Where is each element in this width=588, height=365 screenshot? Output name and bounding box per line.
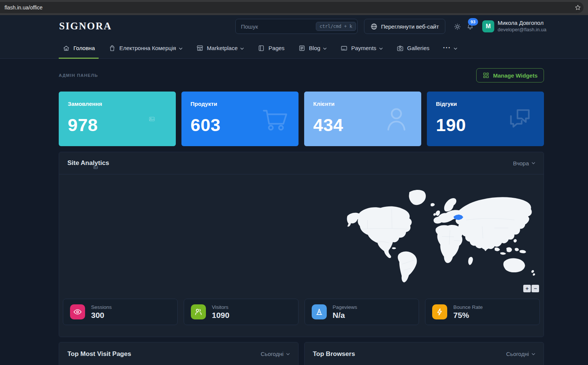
chevron-down-icon [454,47,457,50]
nav-item-marketplace[interactable]: Marketplace [192,38,248,58]
shopping-bag-icon [108,44,116,52]
period-label: Сьогодні [506,351,529,357]
top-header: SIGNORA ctrl/cmd + k Переглянути веб-сай… [0,15,588,38]
map-landmass [347,190,535,283]
world-map[interactable] [340,180,544,284]
widgets-grid-icon [483,72,489,79]
analytics-header: Site Analytics Вчора [59,152,544,174]
chevron-down-icon [323,47,327,50]
traffic-cone-icon [312,304,327,319]
map-zoom-controls: + − [523,285,539,292]
bottom-panels-row: Top Most Visit Pages Сьогодні Top Browse… [59,342,544,365]
manage-widgets-button[interactable]: Manage Widgets [476,68,544,82]
manage-widgets-label: Manage Widgets [493,72,538,79]
stat-card-reviews[interactable]: Відгуки 190 [427,92,544,146]
nav-label: Pages [268,45,285,51]
shopping-cart-icon [260,105,289,133]
period-label: Вчора [513,160,529,166]
page-toolbar: АДМІН ПАНЕЛЬ Manage Widgets [59,68,544,82]
people-icon [191,304,206,319]
user-email: developer@flash.in.ua [498,27,547,33]
user-avatar[interactable]: M [482,20,494,32]
globe-icon [370,23,378,30]
stat-card-clients[interactable]: Клієнти 434 [304,92,421,146]
global-search[interactable]: ctrl/cmd + k [235,19,358,34]
broken-image-icon [149,116,155,121]
nav-item-more[interactable]: ··· [439,38,461,58]
credit-card-icon [340,44,348,52]
more-dots-icon: ··· [443,44,451,52]
analytics-title: Site Analytics [67,159,109,167]
view-website-label: Переглянути веб-сайт [381,23,439,30]
user-menu[interactable]: Микола Довгопол developer@flash.in.ua [498,20,547,33]
search-shortcut-chip: ctrl/cmd + k [316,22,356,31]
chevron-down-icon [532,353,535,355]
panel-title: Top Most Visit Pages [67,350,131,358]
tile-value: 300 [91,311,112,320]
nav-label: Marketplace [207,45,238,51]
notifications-count-badge[interactable]: 93 [468,18,478,26]
stat-cards-row: Замовлення 978 Продукти 603 Кліє [59,92,544,146]
nav-item-pages[interactable]: Pages [254,38,288,58]
nav-item-home[interactable]: Головна [59,38,99,58]
top-browsers-panel: Top Browsers Сьогодні [304,342,544,365]
url-text: flash.in.ua/office [0,5,572,11]
chevron-down-icon [286,353,290,355]
tile-visitors[interactable]: Visitors 1090 [184,299,299,325]
map-zoom-in-button[interactable]: + [523,285,531,292]
nav-label: Payments [351,45,376,51]
tile-value: N/a [333,311,357,320]
user-name: Микола Довгопол [498,20,547,27]
nav-item-blog[interactable]: Blog [294,38,331,58]
search-input[interactable] [241,23,316,30]
view-website-button[interactable]: Переглянути веб-сайт [364,19,445,34]
tile-sessions[interactable]: Sessions 300 [63,299,178,325]
period-dropdown[interactable]: Сьогодні [506,351,535,357]
brand-logo[interactable]: SIGNORA [59,20,112,32]
theme-toggle-button[interactable] [453,23,462,31]
camera-icon [396,44,404,52]
person-icon [381,104,411,134]
page-icon [257,44,265,52]
tile-label: Visitors [212,304,230,310]
period-label: Сьогодні [260,351,283,357]
tile-value: 75% [453,311,483,320]
storefront-icon [196,44,204,52]
tile-label: Sessions [91,304,112,310]
tile-bounce-rate[interactable]: Bounce Rate 75% [425,299,540,325]
browser-chrome: flash.in.ua/office [0,0,588,15]
chevron-down-icon [532,162,535,164]
top-visit-pages-panel: Top Most Visit Pages Сьогодні [59,342,299,365]
chat-bubbles-icon [506,105,534,133]
tile-label: Pageviews [333,304,357,310]
tile-pageviews[interactable]: Pageviews N/a [305,299,419,325]
nav-label: Blog [309,45,320,51]
admin-app: SIGNORA ctrl/cmd + k Переглянути веб-сай… [0,15,588,365]
chevron-down-icon [240,47,244,50]
nav-item-galleries[interactable]: Galleries [393,38,433,58]
broken-image-icon [93,165,98,169]
map-zoom-out-button[interactable]: − [532,285,539,292]
tile-value: 1090 [212,311,230,320]
period-dropdown[interactable]: Сьогодні [260,351,290,357]
bookmark-star-icon[interactable] [572,4,583,11]
nav-item-ecommerce[interactable]: Електронна Комерція [105,38,186,58]
article-list-icon [298,44,306,52]
nav-item-payments[interactable]: Payments [337,38,387,58]
nav-label: Головна [73,45,95,51]
breadcrumb: АДМІН ПАНЕЛЬ [59,73,98,78]
stat-card-products[interactable]: Продукти 603 [181,92,299,146]
analytics-body: + − Sessions 300 [59,174,544,337]
panel-title: Top Browsers [313,350,355,358]
chevron-down-icon [379,47,383,50]
eye-icon [70,304,85,319]
lightning-bolt-icon [432,304,447,319]
chevron-down-icon [179,47,183,50]
analytics-period-dropdown[interactable]: Вчора [513,160,535,166]
site-analytics-panel: Site Analytics Вчора [59,152,544,337]
dashboard-content: АДМІН ПАНЕЛЬ Manage Widgets Замовлення 9… [59,68,544,365]
url-bar[interactable]: flash.in.ua/office [0,2,583,13]
stat-card-orders[interactable]: Замовлення 978 [59,92,176,146]
analytics-tiles-row: Sessions 300 Visitors [63,299,540,325]
main-nav: Головна Електронна Комерція Marketplace [0,38,588,59]
